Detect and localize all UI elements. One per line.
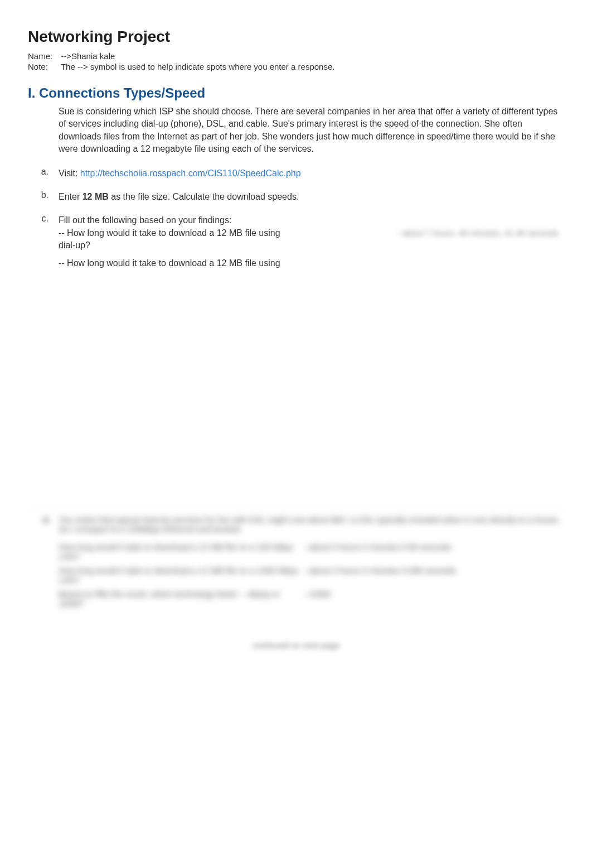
- question-1: -- How long would it take to download a …: [59, 227, 564, 252]
- item-c-content: Fill out the following based on your fin…: [59, 214, 564, 276]
- blur-q3-ans: --100M: [304, 589, 564, 608]
- question-2-text: -- How long would it take to download a …: [59, 257, 282, 269]
- blur-q1: How long would it take to download a 12 …: [59, 542, 564, 561]
- item-c-label: c.: [39, 214, 59, 276]
- name-value: -->Shania kale: [61, 51, 115, 61]
- item-a-content: Visit: http://techscholia.rosspach.com/C…: [59, 167, 564, 180]
- note-row: Note: The --> symbol is used to help ind…: [28, 62, 564, 71]
- blur-q1-text: How long would it take to download a 12 …: [59, 542, 304, 561]
- name-label: Name:: [28, 51, 59, 61]
- divider: [28, 510, 564, 510]
- item-a-prefix: Visit:: [59, 168, 80, 178]
- question-2: -- How long would it take to download a …: [59, 257, 564, 269]
- blur-q3: Based on ffile the result, which technol…: [59, 589, 564, 608]
- item-b-suffix: as the file size. Calculate the download…: [109, 192, 299, 201]
- blur-q1-ans: --about 0 hours 0 minutes 0.96 seconds: [304, 542, 564, 561]
- item-d-content: You notice that typical Internet service…: [59, 515, 564, 613]
- question-1-answer: --about 7 hours, 45 minutes, 41.49 secon…: [282, 227, 564, 252]
- document-title: Networking Project: [28, 28, 564, 46]
- speed-calc-link[interactable]: http://techscholia.rosspach.com/CIS110/S…: [80, 168, 301, 178]
- question-1-text: -- How long would it take to download a …: [59, 227, 282, 252]
- item-b-label: b.: [39, 190, 59, 204]
- footer-note: continued on next page: [28, 640, 564, 650]
- note-label: Note:: [28, 62, 59, 71]
- item-d: d. You notice that typical Internet serv…: [28, 515, 564, 613]
- blurred-content: d. You notice that typical Internet serv…: [28, 510, 564, 613]
- blur-q2: How long would it take to download a 12 …: [59, 566, 564, 585]
- blur-q3-text: Based on ffile the result, which technol…: [59, 589, 304, 608]
- section-1-header: I. Connections Types/Speed: [28, 85, 564, 101]
- name-row: Name: -->Shania kale: [28, 51, 564, 61]
- item-c: c. Fill out the following based on your …: [28, 214, 564, 276]
- item-a: a. Visit: http://techscholia.rosspach.co…: [28, 167, 564, 180]
- item-a-label: a.: [39, 167, 59, 180]
- item-b: b. Enter 12 MB as the file size. Calcula…: [28, 190, 564, 204]
- item-c-intro: Fill out the following based on your fin…: [59, 214, 564, 227]
- item-d-label: d.: [39, 515, 59, 613]
- section-1-intro: Sue is considering which ISP she should …: [59, 105, 564, 156]
- item-b-content: Enter 12 MB as the file size. Calculate …: [59, 190, 564, 204]
- note-value: The --> symbol is used to help indicate …: [61, 62, 335, 71]
- item-b-prefix: Enter: [59, 192, 83, 201]
- blur-q2-text: How long would it take to download a 12 …: [59, 566, 304, 585]
- item-d-text: You notice that typical Internet service…: [59, 515, 564, 534]
- blur-q2-ans: --about 0 hours 0 minutes 0.096 seconds: [304, 566, 564, 585]
- item-b-bold: 12 MB: [83, 192, 109, 201]
